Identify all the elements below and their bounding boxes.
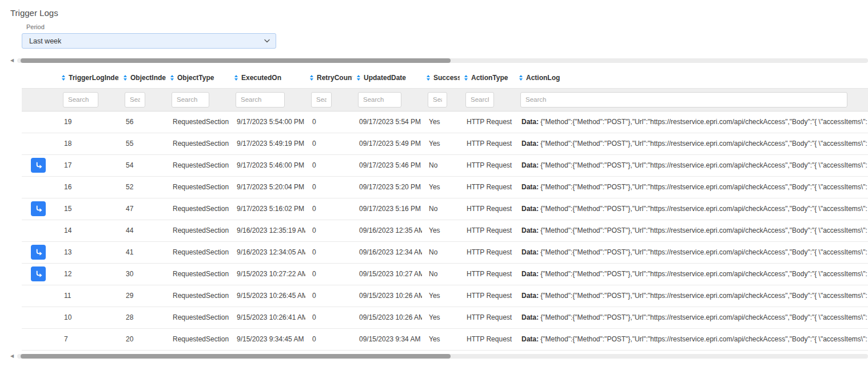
period-select[interactable]: Last week: [22, 33, 276, 49]
table-filter-row: [22, 88, 868, 111]
column-header-success[interactable]: Success: [422, 65, 460, 88]
table-row: 1341RequestedSection9/16/2023 12:34:05 A…: [22, 241, 868, 263]
sort-icon[interactable]: [519, 75, 523, 81]
cell-retrycount: 0: [305, 285, 352, 307]
cell-success: No: [422, 263, 460, 285]
search-input-updateddate[interactable]: [358, 92, 401, 108]
sort-icon[interactable]: [124, 75, 127, 81]
retry-button[interactable]: [31, 158, 46, 173]
scrollbar-thumb[interactable]: [21, 354, 451, 359]
action-log-text: {"Method":{"Method":"POST"},"Url":"https…: [539, 248, 868, 256]
table-row: 1028RequestedSection9/15/2023 10:26:41 A…: [22, 307, 868, 328]
column-label: ObjectIndex: [130, 74, 166, 82]
action-log-label: Data:: [521, 118, 539, 126]
cell-objecttype: RequestedSection: [166, 198, 230, 220]
column-header-updateddate[interactable]: UpdatedDate: [352, 65, 422, 88]
cell-action: [22, 133, 57, 154]
period-label: Period: [26, 23, 868, 30]
retry-arrow-icon: [34, 205, 43, 213]
search-input-success[interactable]: [428, 92, 447, 108]
cell-success: Yes: [422, 133, 460, 154]
cell-actiontype: HTTP Request: [460, 220, 515, 241]
column-header-triggerlogindex[interactable]: TriggerLogIndex: [57, 65, 119, 88]
cell-updateddate: 09/16/2023 12:34 AM: [352, 241, 422, 263]
table-row: 1547RequestedSection9/17/2023 5:16:02 PM…: [22, 198, 868, 220]
cell-retrycount: 0: [305, 241, 352, 263]
cell-actionlog: Data: {"Method":{"Method":"POST"},"Url":…: [515, 263, 868, 285]
column-header-retrycount[interactable]: RetryCount: [305, 65, 352, 88]
retry-button[interactable]: [31, 245, 46, 260]
scroll-left-icon[interactable]: ◀: [10, 58, 17, 63]
retry-button[interactable]: [31, 266, 46, 281]
sort-icon[interactable]: [234, 75, 238, 81]
cell-retrycount: 0: [305, 176, 352, 198]
column-label: UpdatedDate: [364, 74, 406, 82]
cell-executedon: 9/15/2023 10:26:45 AM: [230, 285, 305, 307]
scrollbar-track[interactable]: [17, 58, 868, 63]
scroll-left-icon[interactable]: ◀: [10, 353, 17, 359]
cell-triggerlogindex: 19: [57, 111, 119, 133]
cell-triggerlogindex: 11: [57, 285, 119, 307]
action-log-label: Data:: [521, 313, 539, 321]
cell-triggerlogindex: 14: [57, 220, 119, 241]
horizontal-scrollbar-top[interactable]: ◀: [10, 58, 868, 63]
retry-button[interactable]: [31, 201, 46, 216]
search-input-actiontype[interactable]: [465, 92, 494, 108]
action-log-text: {"Method":{"Method":"POST"},"Url":"https…: [539, 226, 868, 234]
cell-retrycount: 0: [305, 307, 352, 328]
cell-success: Yes: [422, 220, 460, 241]
column-label: TriggerLogIndex: [69, 74, 119, 82]
action-log-text: {"Method":{"Method":"POST"},"Url":"https…: [539, 270, 868, 278]
cell-actiontype: HTTP Request: [460, 241, 515, 263]
search-input-objectindex[interactable]: [125, 92, 145, 108]
sort-icon[interactable]: [170, 75, 174, 81]
chevron-down-icon: [264, 39, 270, 43]
table-row: 1855RequestedSection9/17/2023 5:49:19 PM…: [22, 133, 868, 154]
table-row: 1956RequestedSection9/17/2023 5:54:00 PM…: [22, 111, 868, 133]
cell-success: Yes: [422, 111, 460, 133]
column-header-executedon[interactable]: ExecutedOn: [230, 65, 305, 88]
column-header-objectindex[interactable]: ObjectIndex: [119, 65, 166, 88]
sort-icon[interactable]: [310, 75, 313, 81]
cell-action: [22, 154, 57, 176]
search-input-triggerlogindex[interactable]: [63, 92, 98, 108]
search-input-objecttype[interactable]: [172, 92, 209, 108]
search-input-retrycount[interactable]: [311, 92, 332, 108]
horizontal-scrollbar-bottom[interactable]: ◀: [10, 353, 868, 359]
cell-triggerlogindex: 16: [57, 176, 119, 198]
action-log-label: Data:: [521, 270, 539, 278]
sort-icon[interactable]: [464, 75, 468, 81]
sort-icon[interactable]: [427, 75, 430, 81]
cell-action: [22, 220, 57, 241]
action-log-text: {"Method":{"Method":"POST"},"Url":"https…: [539, 140, 868, 148]
column-header-action: [22, 65, 57, 88]
cell-actiontype: HTTP Request: [460, 263, 515, 285]
search-input-executedon[interactable]: [236, 92, 285, 108]
retry-arrow-icon: [34, 161, 43, 170]
scrollbar-thumb[interactable]: [21, 58, 451, 63]
action-log-text: {"Method":{"Method":"POST"},"Url":"https…: [539, 161, 868, 169]
cell-action: [22, 176, 57, 198]
column-header-actionlog[interactable]: ActionLog: [515, 65, 868, 88]
sort-icon[interactable]: [357, 75, 360, 81]
cell-updateddate: 09/17/2023 5:20 PM: [352, 176, 422, 198]
filter-cell-action: [22, 88, 57, 111]
cell-executedon: 9/15/2023 10:27:22 AM: [230, 263, 305, 285]
cell-objectindex: 41: [119, 241, 166, 263]
sort-icon[interactable]: [62, 75, 65, 81]
cell-actiontype: HTTP Request: [460, 111, 515, 133]
cell-objecttype: RequestedSection: [166, 133, 230, 154]
cell-retrycount: 0: [305, 111, 352, 133]
column-header-objecttype[interactable]: ObjectType: [166, 65, 230, 88]
cell-success: Yes: [422, 307, 460, 328]
column-header-actiontype[interactable]: ActionType: [460, 65, 515, 88]
scrollbar-track[interactable]: [17, 354, 868, 359]
page-title: Trigger Logs: [10, 8, 868, 18]
search-input-actionlog[interactable]: [520, 92, 847, 108]
table-row: 1652RequestedSection9/17/2023 5:20:04 PM…: [22, 176, 868, 198]
cell-actionlog: Data: {"Method":{"Method":"POST"},"Url":…: [515, 111, 868, 133]
cell-success: No: [422, 154, 460, 176]
table-body: 1956RequestedSection9/17/2023 5:54:00 PM…: [22, 111, 868, 350]
cell-objecttype: RequestedSection: [166, 176, 230, 198]
cell-actionlog: Data: {"Method":{"Method":"POST"},"Url":…: [515, 328, 868, 350]
